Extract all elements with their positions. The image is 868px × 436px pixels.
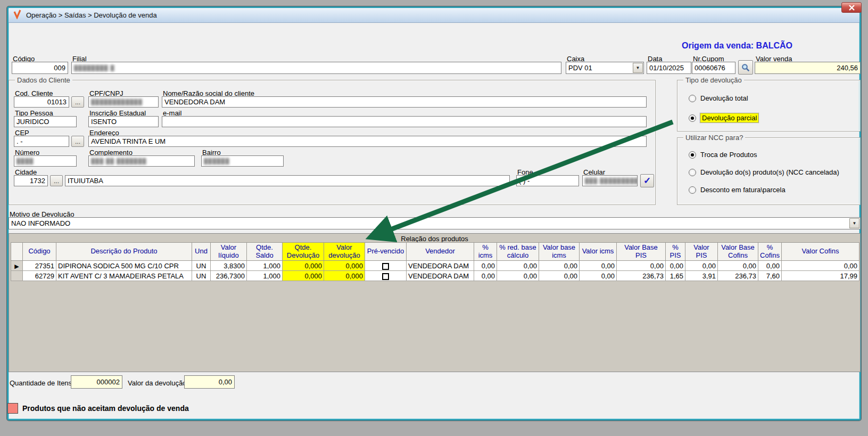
qtd-itens-label: Quantidade de Itens: — [10, 379, 74, 387]
radio-icon — [689, 169, 696, 176]
col-p-red-base: % red. base cálculo — [497, 243, 539, 261]
tipo-pessoa-field[interactable]: JURIDICO — [14, 116, 77, 127]
fone-field[interactable]: ( ) - — [516, 175, 579, 186]
confirm-client-button[interactable]: ✓ — [640, 174, 654, 187]
nome-field[interactable]: VENDEDORA DAM — [162, 96, 647, 108]
codigo-field[interactable]: 009 — [12, 62, 68, 74]
numero-field[interactable]: ████ — [14, 155, 77, 167]
col-qtde-devolucao: Qtde. Devolução — [283, 243, 324, 261]
motivo-select[interactable]: NAO INFORMADO — [9, 217, 861, 229]
radio-icon — [689, 186, 696, 194]
qtde-devolucao-cell[interactable]: 0,000 — [283, 261, 324, 271]
col-descricao: Descrição do Produto — [56, 243, 192, 261]
col-valor-icms: Valor icms — [580, 243, 617, 261]
celular-field[interactable]: ███ █████████ — [582, 175, 638, 186]
cidade-field[interactable]: ITUIUTABA — [65, 175, 510, 186]
search-icon — [741, 63, 750, 72]
col-valor-pis: Valor PIS — [685, 243, 718, 261]
legend-text: Produtos que não aceitam devolução de ve… — [22, 404, 189, 413]
chevron-down-icon[interactable] — [633, 63, 643, 73]
cod-cliente-lookup-button[interactable]: ... — [71, 96, 84, 108]
row-selector-arrow-icon — [14, 262, 19, 270]
row-selector-cell[interactable] — [11, 261, 23, 271]
col-valor-cofins: Valor Cofins — [782, 243, 859, 261]
products-table[interactable]: Código Descrição do Produto Und Valor lí… — [11, 242, 859, 281]
col-valor-base-cofins: Valor Base Cofins — [718, 243, 758, 261]
complemento-field[interactable]: ███ ██ ███████ — [88, 155, 195, 167]
pre-vencido-checkbox[interactable] — [382, 263, 389, 270]
nrcupom-field[interactable]: 00060676 — [692, 62, 735, 74]
close-button[interactable] — [841, 2, 862, 13]
search-button[interactable] — [738, 60, 753, 75]
col-valor-liquido: Valor líquido — [211, 243, 247, 261]
cep-field[interactable]: . - — [14, 136, 69, 147]
email-field[interactable] — [162, 116, 647, 127]
qtd-itens-field: 000002 — [71, 375, 122, 389]
table-row[interactable]: 27351 DIPIRONA SODICA 500 MG C/10 CPR UN… — [11, 261, 859, 271]
row-selector-cell[interactable] — [11, 271, 23, 281]
chevron-down-icon[interactable] — [849, 218, 859, 228]
radio-troca-produtos[interactable]: Troca de Produtos — [689, 151, 757, 159]
radio-desconto-fatura[interactable]: Desconto em fatura\parcela — [689, 186, 786, 194]
col-p-cofins: % Cofins — [758, 243, 782, 261]
products-caption: Relação dos produtos — [9, 235, 861, 243]
col-p-pis: % PIS — [666, 243, 685, 261]
cidade-code-field[interactable]: 1732 — [14, 175, 48, 186]
radio-selected-icon — [689, 114, 696, 122]
col-qtde-saldo: Qtde. Saldo — [247, 243, 283, 261]
app-logo-icon — [13, 9, 22, 21]
ncc-title: Utilizar NCC para? — [683, 134, 745, 142]
col-p-icms: % icms — [474, 243, 497, 261]
title-bar: Operação > Saídas > Devolução de venda — [9, 8, 859, 23]
col-valor-base-icms: Valor base icms — [539, 243, 580, 261]
col-pre-vencido: Pré-vencido — [365, 243, 407, 261]
cidade-lookup-button[interactable]: ... — [50, 175, 63, 186]
cod-cliente-field[interactable]: 01013 — [14, 96, 69, 108]
radio-devolucao-ncc-cancelada[interactable]: Devolução do(s) produto(s) (NCC cancelad… — [689, 168, 839, 176]
legend-color-swatch — [7, 403, 18, 414]
col-valor-devolucao: Valor devolução — [324, 243, 365, 261]
qtde-devolucao-cell[interactable]: 0,000 — [283, 271, 324, 281]
client-group-title: Dados do Cliente — [15, 76, 72, 84]
selector-header — [11, 243, 23, 261]
window-title: Operação > Saídas > Devolução de venda — [26, 11, 157, 19]
valor-venda-field: 240,56 — [755, 62, 861, 74]
cep-lookup-button[interactable]: ... — [71, 136, 84, 147]
col-codigo: Código — [23, 243, 56, 261]
check-icon: ✓ — [643, 175, 651, 186]
radio-icon — [689, 95, 696, 102]
col-und: Und — [192, 243, 211, 261]
tipo-devolucao-groupbox — [677, 80, 861, 131]
valor-devolucao-cell[interactable]: 0,000 — [324, 261, 365, 271]
origin-banner: Origem da venda: BALCÃO — [612, 41, 862, 51]
valor-devolucao-total-field: 0,00 — [184, 375, 235, 389]
bairro-field[interactable]: ██████ — [201, 155, 284, 167]
valor-devolucao-total-label: Valor da devolução: — [128, 379, 188, 387]
col-valor-base-pis: Valor Base PIS — [617, 243, 666, 261]
data-field[interactable]: 01/10/2025 — [647, 62, 691, 74]
filial-field[interactable]: ████████ █ — [71, 62, 561, 74]
pre-vencido-checkbox[interactable] — [382, 273, 389, 280]
cpf-cnpj-field[interactable]: ████████████ — [88, 96, 159, 108]
col-vendedor: Vendedor — [407, 243, 474, 261]
table-row[interactable]: 62729 KIT AVENT C/ 3 MAMADEIRAS PETALA U… — [11, 271, 859, 281]
table-header-row: Código Descrição do Produto Und Valor lí… — [11, 243, 859, 261]
radio-devolucao-total[interactable]: Devolução total — [689, 94, 748, 102]
radio-devolucao-parcial[interactable]: Devolução parcial — [689, 113, 758, 122]
inscricao-field[interactable]: ISENTO — [88, 116, 159, 127]
radio-selected-icon — [689, 151, 696, 159]
endereco-field[interactable]: AVENIDA TRINTA E UM — [88, 136, 647, 147]
screen: Operação > Saídas > Devolução de venda O… — [0, 0, 868, 436]
tipo-devolucao-title: Tipo de devolução — [683, 76, 744, 84]
caixa-select[interactable]: PDV 01 — [566, 62, 644, 74]
valor-devolucao-cell[interactable]: 0,000 — [324, 271, 365, 281]
